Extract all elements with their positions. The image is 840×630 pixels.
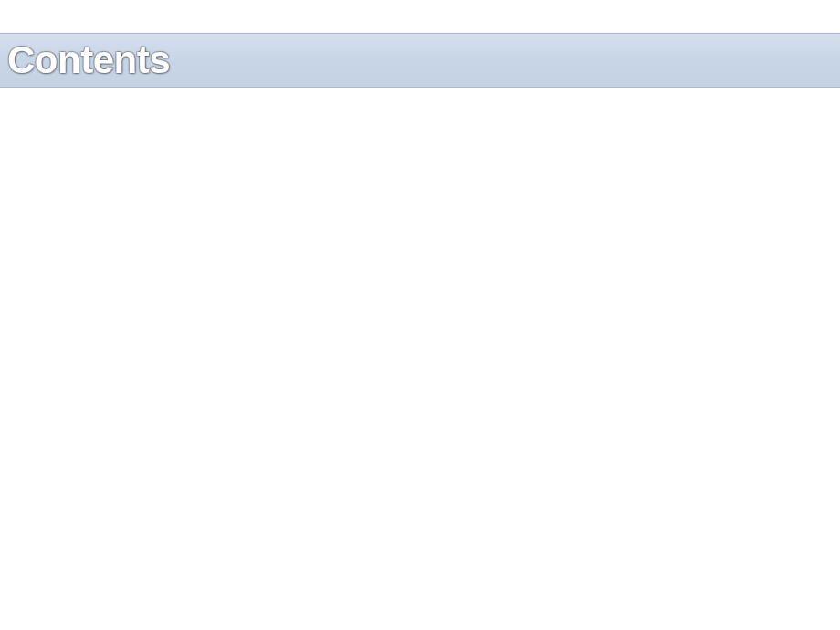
- header-bar: Contents: [0, 33, 840, 88]
- page-title: Contents: [7, 38, 170, 82]
- top-spacer: [0, 0, 840, 33]
- content-area: [0, 88, 840, 630]
